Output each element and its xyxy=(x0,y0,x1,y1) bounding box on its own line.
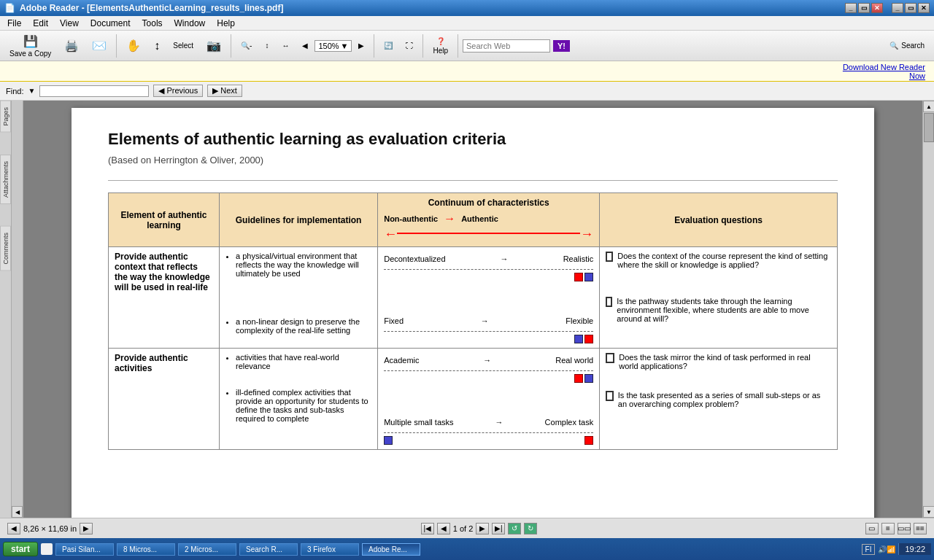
attachments-tab[interactable]: Attachments xyxy=(0,155,11,204)
search-label: Search xyxy=(901,42,925,50)
desktop-icon[interactable] xyxy=(41,543,53,555)
taskbar-item-1[interactable]: 8 Micros... xyxy=(117,543,175,556)
next-page-btn[interactable]: ▶ xyxy=(476,523,489,534)
sub-restore-btn[interactable]: ▭ xyxy=(905,3,916,13)
single-page-btn[interactable]: ▭ xyxy=(865,523,879,534)
window-title: Adobe Reader - [ElementsAuthenticLearnin… xyxy=(20,3,283,13)
fit-page-icon: ↕ xyxy=(265,42,269,50)
zoom-decrement-button[interactable]: ◀ xyxy=(297,39,313,52)
snapshot-icon: 📷 xyxy=(207,39,221,52)
previous-button[interactable]: ◀ Previous xyxy=(153,85,203,97)
last-page-btn[interactable]: ▶| xyxy=(492,523,505,534)
find-input[interactable] xyxy=(39,85,149,97)
close-btn[interactable]: ✕ xyxy=(871,3,883,13)
search-icon: 🔍 xyxy=(889,42,898,50)
email-button[interactable]: ✉️ xyxy=(87,36,112,55)
red-marker-1a xyxy=(574,273,583,281)
taskbar-item-5[interactable]: Adobe Re... xyxy=(362,543,420,556)
menu-help[interactable]: Help xyxy=(212,18,239,29)
cursor-button[interactable]: ↕ xyxy=(149,37,165,55)
questions-cell-2: Does the task mirror the kind of task pe… xyxy=(600,349,838,450)
back-btn[interactable]: ↺ xyxy=(508,523,521,534)
two-page-cont-btn[interactable]: ≡≡ xyxy=(914,523,927,534)
comments-tab[interactable]: Comments xyxy=(0,226,11,271)
yahoo-button[interactable]: Y! xyxy=(553,40,570,52)
sub-minimize-btn[interactable]: _ xyxy=(892,3,903,13)
checkbox-1a[interactable] xyxy=(606,252,613,262)
prev-page-btn[interactable]: ◀ xyxy=(437,523,450,534)
print-button[interactable]: 🖨️ xyxy=(59,36,84,55)
menu-view[interactable]: View xyxy=(55,18,83,29)
sep4 xyxy=(422,34,423,58)
header-guidelines: Guidelines for implementation xyxy=(220,193,378,247)
continuous-btn[interactable]: ≡ xyxy=(881,523,895,534)
print-icon: 🖨️ xyxy=(64,39,79,52)
minimize-btn[interactable]: _ xyxy=(845,3,857,13)
range-row-1b: Fixed → Flexible xyxy=(384,314,593,328)
taskbar-right: FI 🔊📶 19:22 xyxy=(862,543,931,555)
next-button[interactable]: ▶ Next xyxy=(207,85,242,97)
zoom-fit-page-button[interactable]: ↕ xyxy=(260,39,274,52)
zoom-dropdown-icon[interactable]: ▼ xyxy=(341,42,349,50)
menu-window[interactable]: Window xyxy=(170,18,210,29)
taskbar-item-3[interactable]: Search R... xyxy=(239,543,298,556)
menu-tools[interactable]: Tools xyxy=(138,18,167,29)
snapshot-button[interactable]: 📷 xyxy=(201,36,226,55)
guidelines-cell-1: a physical/virtual environment that refl… xyxy=(220,247,378,349)
nav-right: ▭ ≡ ▭▭ ≡≡ xyxy=(865,523,927,534)
search-button[interactable]: 🔍 Search xyxy=(884,39,930,52)
zoom-box: 150% ▼ xyxy=(314,40,352,52)
hand-button[interactable]: ✋ xyxy=(121,36,146,55)
checkbox-1b[interactable] xyxy=(606,297,612,307)
download-link[interactable]: Download New Reader Now xyxy=(843,63,925,80)
element-cell-1: Provide authentic context that reflects … xyxy=(109,247,220,349)
range-left-1b: Fixed xyxy=(384,316,404,325)
fullscreen-button[interactable]: ⛶ xyxy=(401,39,418,52)
sub-close-btn[interactable]: ✕ xyxy=(918,3,930,13)
zoom-increment-button[interactable]: ▶ xyxy=(353,39,369,52)
help-label: Help xyxy=(433,47,448,55)
help-button[interactable]: ❓ Help xyxy=(428,35,453,57)
first-page-btn[interactable]: |◀ xyxy=(421,523,434,534)
zoom-fit-width-button[interactable]: ↔ xyxy=(277,39,294,52)
find-dropdown-arrow[interactable]: ▼ xyxy=(28,87,35,95)
select-button[interactable]: Select xyxy=(168,39,198,52)
two-page-btn[interactable]: ▭▭ xyxy=(898,523,911,534)
taskbar-item-2[interactable]: 2 Micros... xyxy=(178,543,236,556)
scroll-down-btn[interactable]: ▼ xyxy=(923,506,934,518)
menu-bar: File Edit View Document Tools Window Hel… xyxy=(0,16,934,31)
fullscreen-icon: ⛶ xyxy=(406,42,413,50)
minus-icon: ◀ xyxy=(302,42,308,50)
scroll-thumb[interactable] xyxy=(924,113,934,142)
rotate-button[interactable]: 🔄 xyxy=(379,39,398,52)
sep2 xyxy=(231,34,231,58)
forward-btn[interactable]: ↻ xyxy=(524,523,537,534)
fit-width-icon: ↔ xyxy=(282,42,289,50)
lang-indicator: FI xyxy=(862,544,876,555)
menu-document[interactable]: Document xyxy=(86,18,135,29)
cursor-icon: ↕ xyxy=(154,39,160,52)
restore-btn[interactable]: ▭ xyxy=(858,3,870,13)
pdf-area: Elements of authentic learning as evalua… xyxy=(23,101,922,518)
scroll-right-arrow[interactable]: ▶ xyxy=(80,523,93,534)
start-button[interactable]: start xyxy=(3,542,38,556)
save-copy-button[interactable]: 💾 Save a Copy xyxy=(4,32,56,60)
range-arrow-1b: → xyxy=(481,316,489,325)
scroll-up-btn[interactable]: ▲ xyxy=(923,101,934,112)
scroll-left-btn[interactable]: ◀ xyxy=(12,506,23,518)
plus-icon: ▶ xyxy=(358,42,364,50)
menu-file[interactable]: File xyxy=(3,18,26,29)
checkbox-2a[interactable] xyxy=(606,353,614,363)
checkbox-2b[interactable] xyxy=(606,391,614,401)
menu-edit[interactable]: Edit xyxy=(28,18,53,29)
sep5 xyxy=(458,34,458,58)
save-icon: 💾 xyxy=(23,34,38,48)
search-web-input[interactable] xyxy=(463,39,550,52)
pages-tab[interactable]: Pages xyxy=(0,101,11,133)
guideline-2-2: ill-defined complex activities that prov… xyxy=(236,388,371,423)
zoom-out-button[interactable]: 🔍- xyxy=(236,39,257,52)
range-left-2b: Multiple small tasks xyxy=(384,418,453,427)
taskbar-item-0[interactable]: Pasi Silan... xyxy=(55,543,114,556)
scroll-left-arrow[interactable]: ◀ xyxy=(7,523,20,534)
taskbar-item-4[interactable]: 3 Firefox xyxy=(301,543,359,556)
